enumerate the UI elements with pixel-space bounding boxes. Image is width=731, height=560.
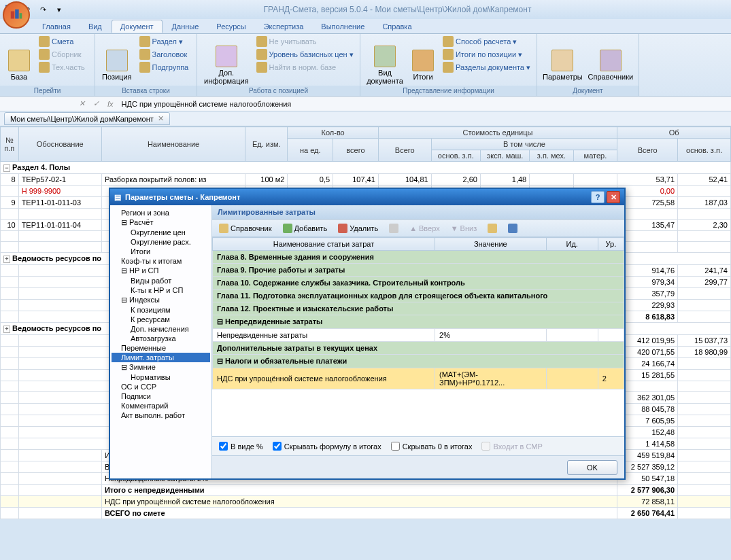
tree-node[interactable]: К ресурсам [112,315,210,324]
tree-node[interactable]: Виды работ [112,276,210,285]
col-kolvo[interactable]: Кол-во [288,127,378,139]
app-menu-button[interactable] [3,1,30,29]
group-row[interactable]: Дополнительные затраты в текущих ценах [213,342,624,355]
col-vsego2[interactable]: Всего [378,139,431,162]
tree-node[interactable]: Регион и зона [112,208,210,217]
col-id[interactable]: Ид. [546,238,598,251]
up-button[interactable]: ▲ Вверх [407,223,443,234]
tree-node[interactable]: ⊟ Расчёт [112,217,210,228]
tree-node[interactable]: Доп. начисления [112,324,210,334]
accept-icon[interactable]: ✓ [93,99,99,108]
group-row[interactable]: ⊟ Налоги и обязательные платежи [213,355,624,368]
col-ur[interactable]: Ур. [598,238,624,251]
smeta-button[interactable]: Смета [37,35,87,48]
col-np[interactable]: № п.п [1,127,19,162]
help-button[interactable]: ? [591,191,605,203]
formula-input[interactable] [118,99,731,109]
tree-node[interactable]: К позициям [112,305,210,315]
norm-button[interactable]: Найти в норм. базе [254,61,356,73]
tree-node[interactable]: Итоги [112,247,210,256]
tab-help[interactable]: Справка [374,20,420,33]
selected-row[interactable]: НДС при упрощённой системе налогообложен… [213,368,624,389]
tab-main[interactable]: Главная [34,20,79,33]
col-osn[interactable]: основ. з.п. [431,150,480,162]
collapse-icon[interactable]: − [3,164,10,172]
sposob-button[interactable]: Способ расчета ▾ [441,35,532,48]
group-row[interactable]: Глава 12. Проектные и изыскательские раб… [213,302,624,315]
razdel-button[interactable]: Раздел ▾ [137,35,191,48]
group-row[interactable]: Глава 11. Подготовка эксплуатационных ка… [213,290,624,302]
down-button[interactable]: ▼ Вниз [448,223,480,234]
tree-node[interactable]: ОС и ССР [112,382,210,391]
tab-execution[interactable]: Выполнение [313,20,373,33]
doc-tab[interactable]: Мои сметы\Центр\Жилой дом\Капремонт✕ [4,112,170,125]
table-row[interactable]: 8ТЕРр57-02-1Разборка покрытий полов: из1… [1,174,731,186]
sbornik-button[interactable]: Сборник [37,48,87,60]
col-naim[interactable]: Наименование [101,127,245,162]
total-row[interactable]: Итого с непредвиденными2 577 906,30 [1,485,731,496]
percent-checkbox[interactable]: В виде % [219,442,263,451]
col-obosn[interactable]: Обоснование [18,127,101,162]
tree-node[interactable]: Округление цен [112,228,210,237]
col-osn2[interactable]: основ. з.п. [678,139,731,162]
podgr-button[interactable]: Подгруппа [137,61,191,73]
tab-document[interactable]: Документ [112,20,163,33]
neuch-button[interactable]: Не учитывать [254,35,356,48]
tab-resources[interactable]: Ресурсы [208,20,254,33]
expand-icon[interactable]: + [3,256,10,263]
total-row[interactable]: ВСЕГО по смете2 650 764,41 [1,508,731,519]
tab-view[interactable]: Вид [80,20,110,33]
expand-icon[interactable]: + [3,326,10,333]
tab-expertise[interactable]: Экспертиза [256,20,312,33]
tree-node[interactable]: К-ты к НР и СП [112,285,210,295]
edit-button[interactable] [386,222,401,234]
urov-button[interactable]: Уровень базисных цен ▾ [254,48,356,60]
col-zpmex[interactable]: з.п. мех. [530,150,573,162]
data-row[interactable]: Непредвиденные затраты2% [213,329,624,342]
fx-icon[interactable]: fx [107,100,114,108]
qat-dropdown-icon[interactable]: ▾ [52,2,67,17]
total-row[interactable]: НДС при упрощённой системе налогообложен… [1,496,731,508]
col-mater[interactable]: матер. [573,150,617,162]
zagol-button[interactable]: Заголовок [137,48,191,60]
tree-node[interactable]: ⊟ Индексы [112,295,210,305]
spravochnik-button[interactable]: Справочник [216,222,275,234]
save-button[interactable] [505,222,520,234]
redo-icon[interactable]: ↷ [35,2,50,17]
col-naed[interactable]: на ед. [288,139,333,162]
hide-zero-checkbox[interactable]: Скрывать 0 в итогах [391,442,473,451]
group-row[interactable]: Глава 9. Прочие работы и затраты [213,264,624,277]
tree-node[interactable]: Акт выполн. работ [112,410,210,420]
col-ob[interactable]: Об [617,127,731,139]
close-button[interactable]: ✕ [607,191,620,203]
section-row[interactable]: − Раздел 4. Полы [1,162,731,174]
delete-button[interactable]: Удалить [335,222,381,234]
limits-grid[interactable]: Наименование статьи затратЗначениеИд.Ур.… [212,237,624,389]
tree-node[interactable]: ⊟ Зимние [112,362,210,372]
tree-node[interactable]: Коэф-ты к итогам [112,256,210,266]
tab-data[interactable]: Данные [164,20,207,33]
tech-button[interactable]: Тех.часть [37,61,87,73]
tree-node[interactable]: Округление расх. [112,237,210,247]
tree-node[interactable]: ⊟ НР и СП [112,266,210,276]
tree-node[interactable]: Переменные [112,343,210,353]
tree-node-selected[interactable]: Лимит. затраты [112,353,210,362]
col-eksp[interactable]: эксп. маш. [480,150,529,162]
group-row[interactable]: ⊟ Непредвиденные затраты [213,315,624,329]
smr-checkbox[interactable]: Входит в СМР [481,442,542,451]
col-vsego3[interactable]: Всего [617,139,678,162]
tree-node[interactable]: Комментарий [112,401,210,410]
hide-formula-checkbox[interactable]: Скрывать формулу в итогах [273,442,381,451]
group-row[interactable]: Глава 8. Временные здания и сооружения [213,251,624,264]
col-ed[interactable]: Ед. изм. [245,127,288,162]
close-tab-icon[interactable]: ✕ [158,114,164,123]
tree-node[interactable]: Нормативы [112,372,210,382]
dialog-tree[interactable]: Регион и зона ⊟ Расчёт Округление цен Ок… [110,205,212,478]
add-button[interactable]: Добавить [280,222,330,234]
col-vsego[interactable]: всего [333,139,379,162]
group-row[interactable]: Глава 10. Содержание службы заказчика. С… [213,277,624,290]
tree-node[interactable]: Автозагрузка [112,334,210,343]
col-znach[interactable]: Значение [435,238,547,251]
open-button[interactable] [485,222,500,234]
itogipoz-button[interactable]: Итоги по позиции ▾ [441,48,532,60]
